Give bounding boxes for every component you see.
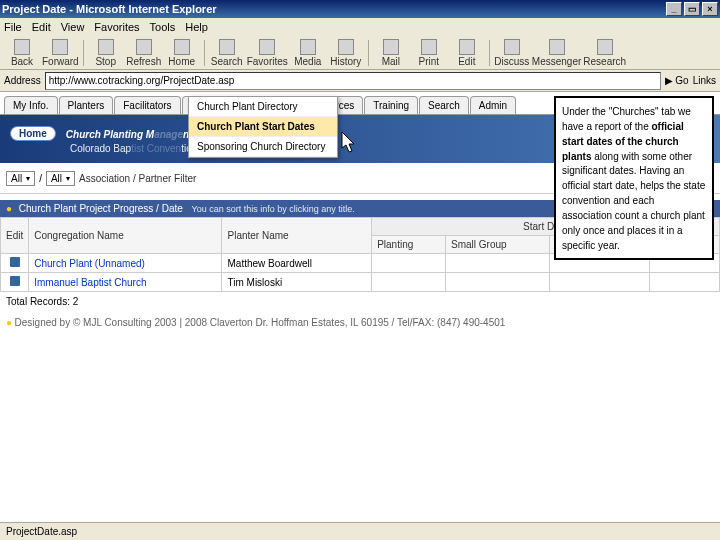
window-title: Project Date - Microsoft Internet Explor… xyxy=(2,3,664,15)
links-button[interactable]: Links xyxy=(693,75,716,86)
messenger-button[interactable]: Messenger xyxy=(532,38,581,68)
menu-view[interactable]: View xyxy=(61,21,85,33)
search-icon xyxy=(219,39,235,55)
print-button[interactable]: Print xyxy=(411,38,447,68)
menu-help[interactable]: Help xyxy=(185,21,208,33)
menu-bar: File Edit View Favorites Tools Help xyxy=(0,18,720,36)
maximize-button[interactable]: ▭ xyxy=(684,2,700,16)
tab-facilitators[interactable]: Facilitators xyxy=(114,96,180,114)
bullet-icon: ● xyxy=(6,203,12,214)
home-link[interactable]: Home xyxy=(10,126,56,141)
menu-tools[interactable]: Tools xyxy=(150,21,176,33)
status-text: ProjectDate.asp xyxy=(6,526,77,537)
research-button[interactable]: Research xyxy=(583,38,626,68)
messenger-icon xyxy=(549,39,565,55)
media-button[interactable]: Media xyxy=(290,38,326,68)
cell-planter: Matthew Boardwell xyxy=(222,254,372,273)
back-icon xyxy=(14,39,30,55)
menu-file[interactable]: File xyxy=(4,21,22,33)
mail-button[interactable]: Mail xyxy=(373,38,409,68)
research-icon xyxy=(597,39,613,55)
cell-name[interactable]: Church Plant (Unnamed) xyxy=(29,254,222,273)
favorites-button[interactable]: Favorites xyxy=(247,38,288,68)
tab-admin[interactable]: Admin xyxy=(470,96,516,114)
star-icon xyxy=(259,39,275,55)
print-icon xyxy=(421,39,437,55)
forward-icon xyxy=(52,39,68,55)
churches-dropdown: Church Plant Directory Church Plant Star… xyxy=(188,96,338,158)
filter-select-2[interactable]: All xyxy=(46,171,75,186)
tab-planters[interactable]: Planters xyxy=(59,96,114,114)
edit-row-icon[interactable] xyxy=(10,276,20,286)
stop-button[interactable]: Stop xyxy=(88,38,124,68)
dropdown-item-directory[interactable]: Church Plant Directory xyxy=(189,97,337,117)
stop-icon xyxy=(98,39,114,55)
window-titlebar: Project Date - Microsoft Internet Explor… xyxy=(0,0,720,18)
separator xyxy=(83,40,84,66)
dropdown-item-startdates[interactable]: Church Plant Start Dates xyxy=(189,117,337,137)
col-small[interactable]: Small Group xyxy=(446,236,550,254)
filter-slash: / xyxy=(39,173,42,184)
go-button[interactable]: ▶ Go xyxy=(665,75,688,86)
discuss-button[interactable]: Discuss xyxy=(494,38,530,68)
refresh-icon xyxy=(136,39,152,55)
mail-icon xyxy=(383,39,399,55)
history-icon xyxy=(338,39,354,55)
tab-myinfo[interactable]: My Info. xyxy=(4,96,58,114)
search-button[interactable]: Search xyxy=(209,38,245,68)
address-bar: Address http://www.cotracking.org/Projec… xyxy=(0,70,720,92)
col-name[interactable]: Congregation Name xyxy=(29,218,222,254)
separator xyxy=(204,40,205,66)
menu-favorites[interactable]: Favorites xyxy=(94,21,139,33)
section-subtitle: You can sort this info by clicking any t… xyxy=(192,204,355,214)
separator xyxy=(368,40,369,66)
address-input[interactable]: http://www.cotracking.org/ProjectDate.as… xyxy=(45,72,662,90)
total-records: Total Records: 2 xyxy=(0,292,720,311)
address-label: Address xyxy=(4,75,41,86)
refresh-button[interactable]: Refresh xyxy=(126,38,162,68)
separator xyxy=(489,40,490,66)
edit-button[interactable]: Edit xyxy=(449,38,485,68)
section-title: Church Plant Project Progress / Date xyxy=(19,203,183,214)
status-bar: ProjectDate.asp xyxy=(0,522,720,540)
home-button[interactable]: Home xyxy=(164,38,200,68)
history-button[interactable]: History xyxy=(328,38,364,68)
table-row: Immanuel Baptist Church Tim Misloski xyxy=(1,273,720,292)
home-icon xyxy=(174,39,190,55)
tab-search[interactable]: Search xyxy=(419,96,469,114)
col-planting[interactable]: Planting xyxy=(372,236,446,254)
forward-button[interactable]: Forward xyxy=(42,38,79,68)
dropdown-item-sponsoring[interactable]: Sponsoring Church Directory xyxy=(189,137,337,157)
minimize-button[interactable]: _ xyxy=(666,2,682,16)
filter-select-1[interactable]: All xyxy=(6,171,35,186)
edit-row-icon[interactable] xyxy=(10,257,20,267)
page-footer: ● Designed by © MJL Consulting 2003 | 20… xyxy=(0,311,720,334)
menu-edit[interactable]: Edit xyxy=(32,21,51,33)
edit-icon xyxy=(459,39,475,55)
close-button[interactable]: × xyxy=(702,2,718,16)
filter-label: Association / Partner Filter xyxy=(79,173,196,184)
annotation-callout: Under the "Churches" tab we have a repor… xyxy=(554,96,714,260)
cell-name[interactable]: Immanuel Baptist Church xyxy=(29,273,222,292)
back-button[interactable]: Back xyxy=(4,38,40,68)
cell-planter: Tim Misloski xyxy=(222,273,372,292)
col-edit[interactable]: Edit xyxy=(1,218,29,254)
col-planter[interactable]: Planter Name xyxy=(222,218,372,254)
tab-training[interactable]: Training xyxy=(364,96,418,114)
media-icon xyxy=(300,39,316,55)
toolbar: Back Forward Stop Refresh Home Search Fa… xyxy=(0,36,720,70)
discuss-icon xyxy=(504,39,520,55)
